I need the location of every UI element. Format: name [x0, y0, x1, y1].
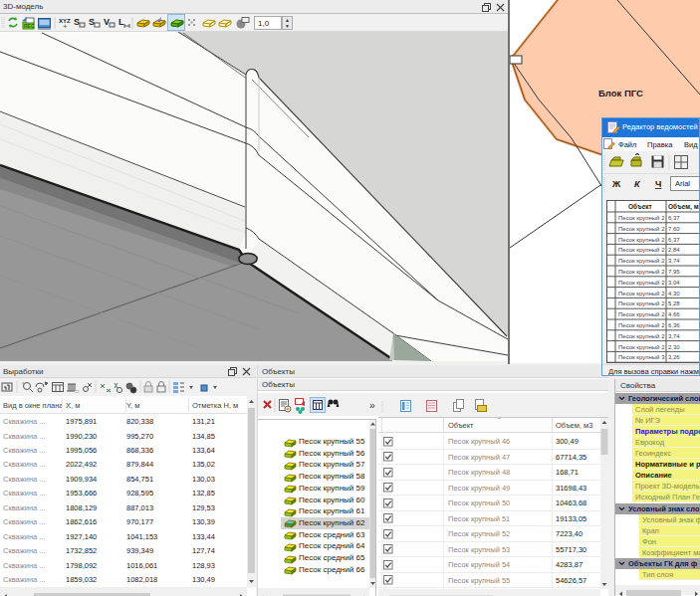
svg-text:2,84: 2,84: [668, 247, 680, 253]
svg-text:Песок крупный 2: Песок крупный 2: [618, 247, 665, 253]
svg-text:Песок крупный 2: Песок крупный 2: [618, 300, 665, 306]
svg-text:3,74: 3,74: [668, 333, 680, 339]
svg-text:Песок крупный 2: Песок крупный 2: [618, 215, 665, 221]
svg-text:4,30: 4,30: [668, 291, 680, 297]
svg-text:Песок крупный 2: Песок крупный 2: [618, 291, 665, 297]
svg-text:+: +: [63, 22, 68, 31]
svg-text:Песок крупный 2: Песок крупный 2: [618, 226, 665, 232]
svg-text:7,95: 7,95: [668, 269, 680, 275]
svg-text:Песок крупный 2: Песок крупный 2: [618, 344, 665, 350]
svg-text:Песок крупный 2: Песок крупный 2: [618, 322, 665, 328]
svg-text:S: S: [74, 17, 80, 27]
svg-text:Ж: Ж: [611, 179, 621, 189]
svg-text:Ч: Ч: [655, 179, 661, 189]
svg-text:Объем, м3: Объем, м3: [668, 203, 700, 211]
svg-text:REC: REC: [24, 23, 35, 29]
svg-text:6,36: 6,36: [668, 322, 680, 328]
svg-text:4,66: 4,66: [668, 311, 680, 317]
svg-text:6,37: 6,37: [668, 215, 680, 221]
svg-text:Песок крупный 2: Песок крупный 2: [618, 333, 665, 339]
svg-text:□: □: [76, 388, 79, 394]
svg-text:Объект: Объект: [628, 203, 652, 210]
svg-text:3,26: 3,26: [668, 354, 680, 360]
svg-text:S: S: [89, 17, 95, 27]
svg-text:Песок крупный 2: Песок крупный 2: [618, 237, 665, 243]
svg-text:Блок ПГС: Блок ПГС: [598, 88, 643, 99]
svg-text:6,37: 6,37: [668, 237, 680, 243]
svg-text:Песок крупный 2: Песок крупный 2: [618, 258, 665, 264]
svg-text:»: »: [369, 400, 375, 411]
svg-text:3,04: 3,04: [668, 280, 680, 286]
svg-text:L: L: [118, 17, 124, 27]
svg-text:5,28: 5,28: [668, 300, 680, 306]
svg-text:3,74: 3,74: [668, 258, 680, 264]
svg-text:Песок крупный 2: Песок крупный 2: [618, 269, 665, 275]
svg-text:Песок крупный 2: Песок крупный 2: [618, 280, 665, 286]
svg-text:7,60: 7,60: [668, 226, 680, 232]
svg-text:2,30: 2,30: [668, 344, 680, 350]
svg-text:V: V: [104, 17, 110, 27]
svg-text:Песок крупный 3: Песок крупный 3: [618, 354, 665, 360]
svg-text:Песок крупный 2: Песок крупный 2: [618, 311, 665, 317]
svg-text:К: К: [634, 179, 641, 189]
